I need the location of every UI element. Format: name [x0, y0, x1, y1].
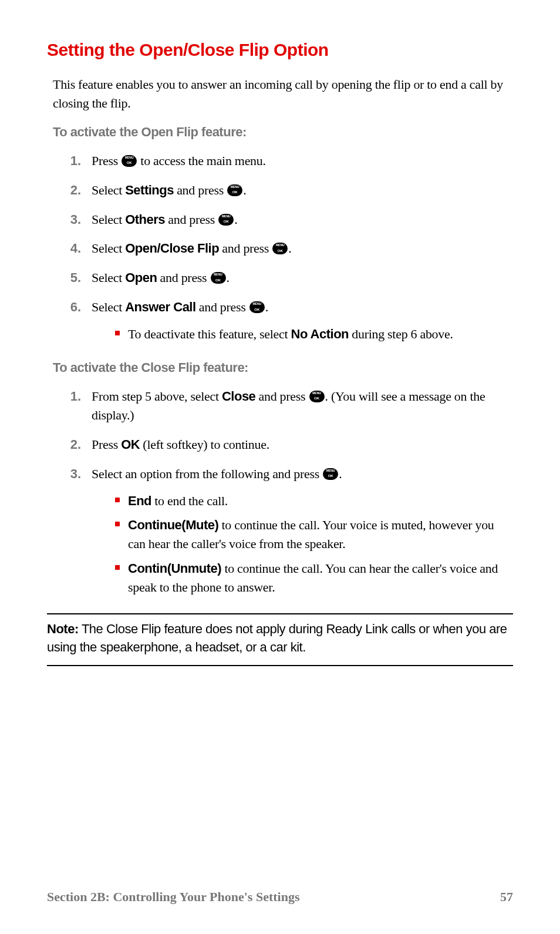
- text: to end the call.: [151, 493, 228, 508]
- step-number: 3.: [65, 465, 92, 603]
- step-item: 2. Press OK (left softkey) to continue.: [65, 435, 513, 454]
- red-square-bullet-icon: [115, 498, 120, 502]
- text: .: [243, 183, 246, 197]
- bullet-body: End to end the call.: [128, 492, 513, 510]
- menu-ok-icon: [122, 155, 137, 167]
- text: Select: [92, 300, 125, 314]
- text: .: [227, 270, 230, 285]
- step-body: Select Answer Call and press . To deacti…: [92, 298, 513, 350]
- step-body: Press OK (left softkey) to continue.: [92, 435, 513, 454]
- step-item: 5. Select Open and press .: [65, 268, 513, 287]
- step-body: Select an option from the following and …: [92, 465, 513, 603]
- text: and press: [196, 300, 249, 314]
- bullet-item: To deactivate this feature, select No Ac…: [115, 325, 513, 344]
- text: Select: [92, 212, 125, 227]
- step-body: Select Settings and press .: [92, 181, 513, 200]
- menu-ok-icon: [249, 301, 265, 313]
- selection-answer-call: Answer Call: [125, 300, 195, 314]
- text: Press: [92, 437, 121, 452]
- steps-close-flip: 1. From step 5 above, select Close and p…: [65, 387, 513, 603]
- page-footer: Section 2B: Controlling Your Phone's Set…: [47, 889, 513, 905]
- text: To deactivate this feature, select: [128, 327, 291, 341]
- selection-close: Close: [222, 389, 255, 404]
- step-number: 5.: [65, 268, 92, 287]
- selection-end: End: [128, 493, 151, 508]
- step-number: 1.: [65, 152, 92, 170]
- note-text: The Close Flip feature does not apply du…: [47, 621, 507, 654]
- step-body: Press to access the main menu.: [92, 152, 513, 170]
- bullet-body: To deactivate this feature, select No Ac…: [128, 325, 513, 344]
- selection-contin-unmute: Contin(Unmute): [128, 561, 221, 576]
- step-number: 3.: [65, 210, 92, 229]
- text: .: [339, 466, 342, 481]
- menu-ok-icon: [309, 391, 325, 402]
- text: (left softkey) to continue.: [140, 437, 269, 452]
- footer-section: Section 2B: Controlling Your Phone's Set…: [47, 889, 299, 905]
- text: Select: [92, 270, 125, 285]
- step-item: 1. Press to access the main menu.: [65, 152, 513, 170]
- text: From step 5 above, select: [92, 389, 222, 404]
- bullet-item: Continue(Mute) to continue the call. You…: [115, 516, 513, 553]
- step-number: 6.: [65, 298, 92, 350]
- steps-open-flip: 1. Press to access the main menu. 2. Sel…: [65, 152, 513, 350]
- text: during step 6 above.: [349, 327, 453, 341]
- sub-bullets: End to end the call. Continue(Mute) to c…: [115, 492, 513, 597]
- step-item: 1. From step 5 above, select Close and p…: [65, 387, 513, 425]
- text: and press: [157, 270, 210, 285]
- selection-open: Open: [125, 270, 157, 285]
- text: and press: [174, 183, 227, 197]
- menu-ok-icon: [218, 214, 234, 226]
- menu-ok-icon: [211, 272, 226, 284]
- step-body: Select Others and press .: [92, 210, 513, 229]
- note-label: Note:: [47, 621, 79, 636]
- text: Select an option from the following and …: [92, 466, 322, 481]
- subheading-close-flip: To activate the Close Flip feature:: [53, 360, 513, 375]
- text: Select: [92, 183, 125, 197]
- menu-ok-icon: [272, 243, 288, 254]
- note-block: Note: The Close Flip feature does not ap…: [47, 613, 513, 666]
- selection-others: Others: [125, 212, 165, 227]
- red-square-bullet-icon: [115, 331, 120, 335]
- selection-no-action: No Action: [291, 327, 349, 341]
- step-item: 6. Select Answer Call and press . To dea…: [65, 298, 513, 350]
- step-body: Select Open/Close Flip and press .: [92, 239, 513, 258]
- step-number: 2.: [65, 435, 92, 454]
- step-item: 4. Select Open/Close Flip and press .: [65, 239, 513, 258]
- step-number: 1.: [65, 387, 92, 425]
- step-number: 4.: [65, 239, 92, 258]
- text: and press: [219, 241, 272, 256]
- text: .: [265, 300, 268, 314]
- text: Press: [92, 153, 121, 168]
- selection-open-close-flip: Open/Close Flip: [125, 241, 219, 256]
- selection-ok: OK: [121, 437, 140, 452]
- bullet-body: Contin(Unmute) to continue the call. You…: [128, 559, 513, 597]
- section-heading: Setting the Open/Close Flip Option: [47, 40, 513, 60]
- text: and press: [255, 389, 308, 404]
- page-number: 57: [500, 889, 513, 905]
- step-item: 2. Select Settings and press .: [65, 181, 513, 200]
- sub-bullets: To deactivate this feature, select No Ac…: [115, 325, 513, 344]
- subheading-open-flip: To activate the Open Flip feature:: [53, 125, 513, 140]
- selection-continue-mute: Continue(Mute): [128, 518, 218, 532]
- step-item: 3. Select an option from the following a…: [65, 465, 513, 603]
- step-item: 3. Select Others and press .: [65, 210, 513, 229]
- step-number: 2.: [65, 181, 92, 200]
- text: .: [234, 212, 237, 227]
- step-body: From step 5 above, select Close and pres…: [92, 387, 513, 425]
- text: .: [288, 241, 291, 256]
- red-square-bullet-icon: [115, 522, 120, 526]
- bullet-item: End to end the call.: [115, 492, 513, 510]
- text: and press: [165, 212, 218, 227]
- text: Select: [92, 241, 125, 256]
- step-body: Select Open and press .: [92, 268, 513, 287]
- intro-paragraph: This feature enables you to answer an in…: [53, 75, 513, 113]
- menu-ok-icon: [227, 184, 242, 196]
- red-square-bullet-icon: [115, 565, 120, 570]
- selection-settings: Settings: [125, 183, 174, 197]
- bullet-body: Continue(Mute) to continue the call. You…: [128, 516, 513, 553]
- menu-ok-icon: [323, 468, 338, 480]
- text: to access the main menu.: [137, 153, 266, 168]
- bullet-item: Contin(Unmute) to continue the call. You…: [115, 559, 513, 597]
